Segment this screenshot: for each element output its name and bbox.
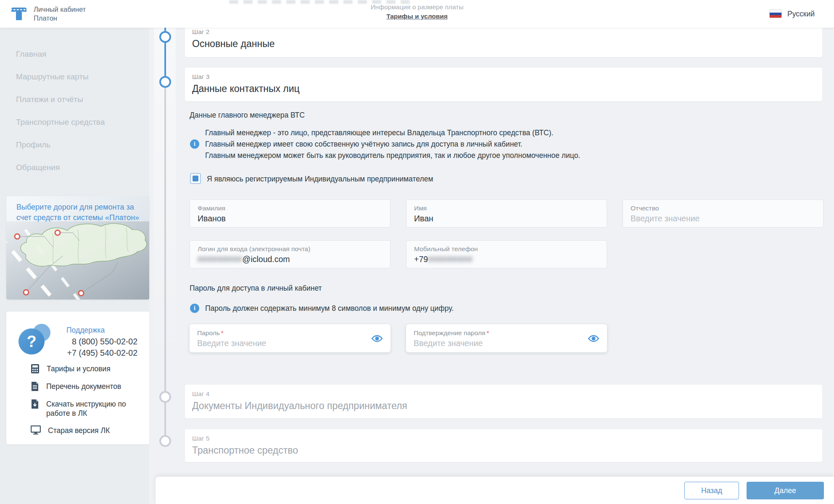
link-old-version[interactable]: Старая версия ЛК <box>31 425 138 435</box>
password-note: Пароль должен содержать минимум 8 символ… <box>205 304 454 313</box>
language-label: Русский <box>787 10 815 18</box>
firstname-field[interactable]: Имя <box>406 200 607 228</box>
password-visibility-eye-icon[interactable] <box>371 334 383 343</box>
mobile-phone-field[interactable]: Мобильный телефон +79######### <box>406 240 607 268</box>
password-field[interactable]: Пароль* <box>190 324 391 352</box>
login-email-field[interactable]: Логин для входа (электронная почта) ####… <box>190 240 391 268</box>
mobile-phone-label: Мобильный телефон <box>414 245 599 253</box>
password-confirm-visibility-eye-icon[interactable] <box>588 334 599 343</box>
platon-logo-icon <box>10 5 28 23</box>
middlename-input[interactable] <box>631 214 816 223</box>
timeline-dot-step-2 <box>159 31 171 43</box>
logo-text: Личный кабинет Платон <box>34 5 86 23</box>
mobile-phone-value: +79######### <box>414 255 599 264</box>
timeline-line-pending <box>164 82 166 441</box>
password-confirm-field[interactable]: Подтверждение пароля* <box>406 324 607 352</box>
document-icon <box>31 381 39 391</box>
step-3-title: Данные контактных лиц <box>192 83 822 94</box>
manager-info-line-1: Главный менеджер - это лицо, представляю… <box>205 127 580 139</box>
password-confirm-required-mark: * <box>486 329 489 336</box>
language-selector[interactable]: Русский <box>769 0 815 28</box>
step-3-card: Шаг 3 Данные контактных лиц <box>185 68 822 101</box>
sidebar-item-vehicles[interactable]: Транспортные средства <box>0 111 149 134</box>
support-phone-1: 8 (800) 550-02-02 <box>53 336 137 347</box>
app-logo[interactable]: Личный кабинет Платон <box>10 0 86 28</box>
manager-info-line-3: Главным менеджером может быть как руково… <box>205 150 580 161</box>
top-header: Личный кабинет Платон Информация о разме… <box>0 0 834 28</box>
russia-map-illustration <box>6 221 149 299</box>
logo-line-2: Платон <box>34 14 86 23</box>
password-input[interactable] <box>197 339 383 348</box>
lastname-field[interactable]: Фамилия <box>190 200 391 228</box>
sidebar-item-route-maps[interactable]: Маршрутные карты <box>0 66 149 88</box>
link-tariffs-label: Тарифы и условия <box>47 364 111 373</box>
link-document-list[interactable]: Перечень документов <box>31 381 138 391</box>
firstname-input[interactable] <box>414 214 599 223</box>
login-email-label: Логин для входа (электронная почта) <box>198 245 383 253</box>
link-document-list-label: Перечень документов <box>46 381 121 391</box>
support-links: Тарифы и условия Перечень документов Ска… <box>31 364 138 435</box>
next-button[interactable]: Далее <box>747 482 824 499</box>
manager-info-note: Главный менеджер - это лицо, представляю… <box>205 127 580 161</box>
russian-flag-icon <box>769 10 782 18</box>
fee-info-text: Информация о размере платы <box>308 3 526 11</box>
manager-info-line-2: Главный менеджер имеет свою собственную … <box>205 139 580 150</box>
sidebar-item-main[interactable]: Главная <box>0 43 149 66</box>
info-icon: i <box>190 139 199 149</box>
step-3-label: Шаг 3 <box>192 73 822 81</box>
step-2-card: Шаг 2 Основные данные <box>185 23 822 57</box>
sidebar-item-payments[interactable]: Платежи и отчёты <box>0 88 149 111</box>
middlename-label: Отчество <box>631 205 816 212</box>
sidebar-item-profile[interactable]: Профиль <box>0 134 149 156</box>
middlename-field[interactable]: Отчество <box>623 200 823 228</box>
step-5-card: Шаг 5 Транспортное средство <box>185 429 822 462</box>
password-section-title: Пароль для доступа в личный кабинет <box>190 284 322 293</box>
support-card: ? Поддержка 8 (800) 550-02-02 +7 (495) 5… <box>6 312 149 444</box>
download-document-icon <box>31 399 39 409</box>
step-4-label: Шаг 4 <box>192 390 822 398</box>
calculator-icon <box>31 364 40 374</box>
platon-registration-page: Шаг 2 Основные данные Шаг 3 Данные конта… <box>0 0 834 504</box>
support-question-icon: ? <box>17 322 53 357</box>
timeline-dot-step-5 <box>159 435 171 447</box>
wizard-footer: Назад Далее <box>156 477 834 504</box>
sidebar-item-requests[interactable]: Обращения <box>0 156 149 179</box>
lastname-input[interactable] <box>198 214 383 223</box>
step-2-title: Основные данные <box>192 38 822 50</box>
step-5-title: Транспортное средство <box>192 445 822 456</box>
login-visible-part: @icloud.com <box>243 255 290 264</box>
sidebar-menu: Главная Маршрутные карты Платежи и отчёт… <box>0 28 149 179</box>
support-phone-2: +7 (495) 540-02-02 <box>53 347 137 359</box>
svg-text:?: ? <box>26 333 36 350</box>
password-required-mark: * <box>221 329 224 336</box>
step-5-label: Шаг 5 <box>192 435 822 442</box>
phone-visible-part: +79 <box>414 255 428 264</box>
password-label: Пароль* <box>197 329 383 337</box>
link-download-manual-label: Скачать инструкцию по работе в ЛК <box>46 399 138 418</box>
step-4-title: Документы Индивидуального предпринимател… <box>192 400 822 412</box>
header-center: Информация о размере платы Тарифы и усло… <box>308 3 526 20</box>
phone-redacted-part: ######### <box>428 255 473 264</box>
tariffs-link[interactable]: Тарифы и условия <box>386 13 448 20</box>
support-phones: 8 (800) 550-02-02 +7 (495) 540-02-02 <box>53 336 137 359</box>
back-button[interactable]: Назад <box>684 482 739 499</box>
firstname-label: Имя <box>414 205 599 212</box>
link-old-version-label: Старая версия ЛК <box>48 425 110 435</box>
step-4-card: Шаг 4 Документы Индивидуального предприн… <box>185 385 822 418</box>
timeline-dot-step-4 <box>159 391 171 403</box>
checkbox-checked-mark <box>193 176 198 181</box>
step-2-label: Шаг 2 <box>192 28 822 36</box>
support-title: Поддержка <box>66 326 105 335</box>
login-redacted-part: ######### <box>198 255 243 264</box>
manager-section-title: Данные главного менеджера ВТС <box>190 111 305 120</box>
timeline-dot-step-3 <box>159 76 171 88</box>
link-tariffs[interactable]: Тарифы и условия <box>31 364 138 374</box>
password-confirm-label: Подтверждение пароля* <box>414 329 599 337</box>
password-confirm-input[interactable] <box>414 339 599 348</box>
individual-entrepreneur-checkbox[interactable] <box>190 173 201 184</box>
individual-entrepreneur-checkbox-label: Я являюсь регистрируемым Индивидуальным … <box>207 173 433 184</box>
login-email-value: #########@icloud.com <box>198 255 383 264</box>
password-info-icon: i <box>190 304 199 313</box>
road-repair-promo-banner[interactable]: Выберите дороги для ремонта за счет сред… <box>6 196 149 299</box>
link-download-manual[interactable]: Скачать инструкцию по работе в ЛК <box>31 399 138 418</box>
